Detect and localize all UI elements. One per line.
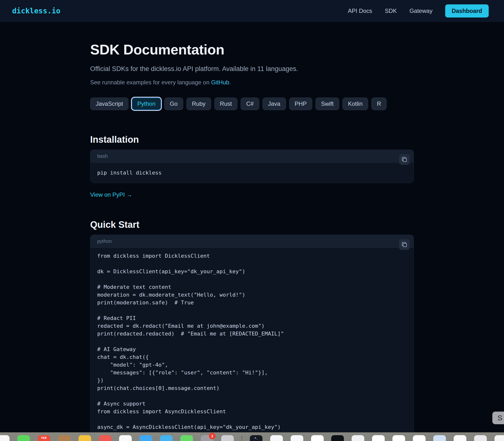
tab-javascript[interactable]: JavaScript bbox=[90, 97, 129, 110]
calendar-label: FEB bbox=[38, 436, 50, 439]
dock-icon-maps[interactable] bbox=[139, 435, 152, 441]
dock-icon-settings[interactable]: 2 bbox=[201, 435, 213, 441]
tab-swift[interactable]: Swift bbox=[315, 97, 339, 110]
nav-links: API DocsSDKGateway bbox=[348, 8, 433, 14]
installation-heading: Installation bbox=[90, 134, 414, 145]
dock-icon-downloads[interactable] bbox=[180, 435, 193, 441]
dock-icon-mail[interactable] bbox=[99, 435, 111, 441]
language-tabs: JavaScriptPythonGoRubyRustC#JavaPHPSwift… bbox=[90, 97, 414, 110]
page-title: SDK Documentation bbox=[90, 41, 414, 58]
dock-icon-minimax[interactable] bbox=[331, 435, 344, 441]
dock-icon-music[interactable] bbox=[119, 435, 132, 441]
tab-kotlin[interactable]: Kotlin bbox=[342, 97, 368, 110]
terminal-label: >_ bbox=[250, 436, 262, 439]
dock-icon-glasses[interactable] bbox=[352, 435, 364, 441]
tab-php[interactable]: PHP bbox=[289, 97, 312, 110]
codeblock-header: bash bbox=[91, 150, 413, 163]
quickstart-heading: Quick Start bbox=[90, 219, 414, 230]
codeblock-header: python bbox=[91, 235, 413, 248]
copy-button[interactable] bbox=[399, 239, 410, 250]
pypi-link[interactable]: View on PyPI → bbox=[90, 191, 132, 198]
dock-bar: FEB2>_ bbox=[0, 432, 504, 441]
tab-python[interactable]: Python bbox=[132, 97, 161, 110]
dock-icon-trash[interactable] bbox=[494, 435, 504, 441]
github-link[interactable]: GitHub bbox=[211, 79, 229, 86]
installation-codeblock: bash pip install dickless bbox=[90, 150, 414, 183]
dock-icon-blue-doc[interactable] bbox=[270, 435, 283, 441]
tab-go[interactable]: Go bbox=[164, 97, 183, 110]
dock-icon-books[interactable] bbox=[58, 435, 71, 441]
top-nav: dickless.io API DocsSDKGateway Dashboard bbox=[0, 0, 504, 22]
logo: dickless.io bbox=[12, 7, 61, 15]
dock-icon-calendar[interactable]: FEB bbox=[38, 435, 50, 441]
tab-r[interactable]: R bbox=[371, 97, 387, 110]
nav-link-gateway[interactable]: Gateway bbox=[410, 8, 433, 14]
nav-link-api-docs[interactable]: API Docs bbox=[348, 8, 372, 14]
dock-icon-green-cards[interactable] bbox=[393, 435, 405, 441]
dock-icon-doc-gray[interactable] bbox=[474, 435, 487, 441]
examples-suffix: . bbox=[229, 79, 231, 86]
dock-icon-paint-drops[interactable] bbox=[311, 435, 324, 441]
notification-badge: 2 bbox=[209, 433, 215, 439]
page-subtitle: Official SDKs for the dickless.io API pl… bbox=[90, 65, 414, 73]
s-overlay-badge[interactable]: S bbox=[492, 411, 504, 424]
copy-icon bbox=[402, 157, 407, 162]
dock-icon-arch[interactable] bbox=[454, 435, 466, 441]
examples-text: See runnable examples for every language… bbox=[90, 79, 211, 86]
examples-line: See runnable examples for every language… bbox=[90, 79, 414, 86]
screen: dickless.io API DocsSDKGateway Dashboard… bbox=[0, 0, 504, 441]
dock-icon-lightblue-app[interactable] bbox=[433, 435, 446, 441]
dock-divider bbox=[242, 436, 242, 441]
dock-icon-terminal[interactable]: >_ bbox=[250, 435, 262, 441]
dock-icon-iphone-mirroring[interactable] bbox=[221, 435, 234, 441]
dock-icon-photos-blue[interactable] bbox=[160, 435, 172, 441]
quickstart-code: from dickless import DicklessClient dk =… bbox=[91, 248, 413, 441]
quickstart-codeblock: python from dickless import DicklessClie… bbox=[90, 235, 414, 441]
copy-icon bbox=[402, 242, 407, 247]
dock-icon-safari[interactable] bbox=[291, 435, 303, 441]
dashboard-button[interactable]: Dashboard bbox=[445, 4, 489, 17]
dock-icon-photos[interactable] bbox=[0, 435, 10, 441]
main-content: SDK Documentation Official SDKs for the … bbox=[90, 41, 414, 441]
installation-code: pip install dickless bbox=[91, 163, 413, 183]
dock-icon-notes[interactable] bbox=[78, 435, 91, 441]
code-language-label: bash bbox=[97, 153, 108, 159]
dock: FEB2>_ bbox=[0, 435, 504, 441]
nav-link-sdk[interactable]: SDK bbox=[385, 8, 397, 14]
dock-icon-record-red[interactable] bbox=[372, 435, 385, 441]
copy-button[interactable] bbox=[399, 154, 410, 165]
tab-ruby[interactable]: Ruby bbox=[186, 97, 211, 110]
tab-c[interactable]: C# bbox=[241, 97, 259, 110]
code-language-label: python bbox=[97, 238, 112, 244]
dock-icon-blue-blobs[interactable] bbox=[413, 435, 426, 441]
dock-icon-messages[interactable] bbox=[17, 435, 30, 441]
tab-rust[interactable]: Rust bbox=[214, 97, 237, 110]
tab-java[interactable]: Java bbox=[262, 97, 286, 110]
